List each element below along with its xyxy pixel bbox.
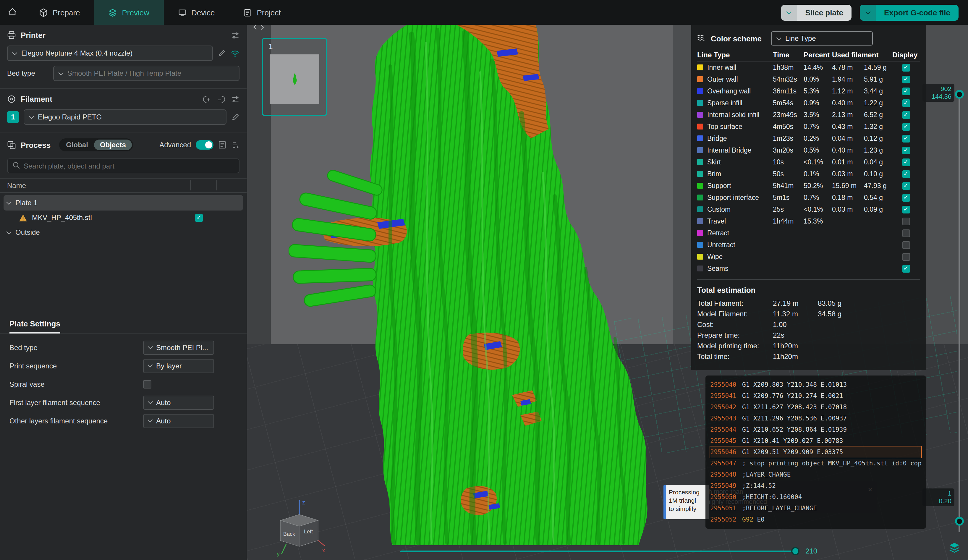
navigation-cube[interactable]: z Back Left y x bbox=[262, 497, 328, 559]
layer-slider-track[interactable] bbox=[958, 93, 960, 532]
plate-setting-select[interactable]: By layer bbox=[143, 359, 214, 373]
gcode-text: G92 E0 bbox=[742, 516, 764, 523]
move-slider-handle[interactable] bbox=[791, 547, 799, 555]
filament-slot-number[interactable]: 1 bbox=[7, 111, 19, 123]
plate-thumbnail-number: 1 bbox=[269, 42, 320, 51]
sort-az-icon[interactable] bbox=[231, 141, 239, 149]
tree-row-plate[interactable]: Plate 1 bbox=[3, 195, 243, 210]
display-checkbox[interactable]: ✓ bbox=[902, 123, 910, 130]
tree-row-object[interactable]: MKV_HP_405th.stl ✓ bbox=[3, 210, 243, 225]
search-input[interactable] bbox=[24, 162, 234, 170]
chevron-down-icon bbox=[29, 114, 34, 119]
display-checkbox[interactable]: ✓ bbox=[902, 75, 910, 83]
gcode-line[interactable]: 2955043G1 X211.296 Y208.536 E.00937 bbox=[710, 413, 921, 424]
gcode-line[interactable]: 2955048;LAYER_CHANGE bbox=[710, 469, 921, 480]
viewport-expand-icon[interactable] bbox=[254, 27, 263, 29]
gcode-viewer[interactable]: 2955040G1 X209.803 Y210.348 E.0101329550… bbox=[706, 376, 926, 529]
display-checkbox[interactable] bbox=[902, 217, 910, 225]
bed-type-select[interactable]: Smooth PEI Plate / High Temp Plate bbox=[53, 66, 239, 81]
tree-row-outside[interactable]: Outside bbox=[3, 225, 243, 240]
slice-plate-button[interactable]: Slice plate bbox=[781, 5, 852, 20]
parameter-list-icon[interactable] bbox=[218, 141, 227, 149]
layers-icon[interactable] bbox=[948, 542, 960, 553]
gcode-line[interactable]: 2955051;BEFORE_LAYER_CHANGE bbox=[710, 503, 921, 514]
tab-preview[interactable]: Preview bbox=[94, 0, 164, 25]
gcode-line[interactable]: 2955040G1 X209.803 Y210.348 E.01013 bbox=[710, 379, 921, 390]
display-checkbox[interactable]: ✓ bbox=[902, 87, 910, 95]
display-checkbox[interactable]: ✓ bbox=[902, 99, 910, 107]
plate-thumbnail[interactable]: 1 bbox=[262, 38, 327, 116]
used-m-cell: 0.04 m bbox=[832, 135, 864, 142]
segment-objects[interactable]: Objects bbox=[94, 139, 132, 150]
tab-project[interactable]: Project bbox=[229, 0, 295, 25]
move-slider-track[interactable] bbox=[400, 550, 797, 552]
edit-filament-icon[interactable] bbox=[231, 113, 239, 121]
plate-setting-select[interactable]: Auto bbox=[143, 414, 214, 428]
tab-device[interactable]: Device bbox=[164, 0, 229, 25]
line-type-cell: Custom bbox=[697, 206, 773, 213]
filament-settings-icon[interactable] bbox=[231, 95, 239, 103]
line-type-color-swatch bbox=[697, 136, 703, 141]
col-line-type: Line Type bbox=[697, 51, 773, 59]
layer-slider-bottom-handle[interactable] bbox=[955, 517, 964, 526]
line-type-color-swatch bbox=[697, 100, 703, 106]
add-filament-icon[interactable] bbox=[203, 95, 211, 103]
plate-setting-select[interactable]: Smooth PEI Pl... bbox=[143, 340, 214, 355]
display-checkbox[interactable]: ✓ bbox=[902, 111, 910, 119]
gcode-line[interactable]: 2955047; stop printing object MKV_HP_405… bbox=[710, 458, 921, 469]
sliced-model[interactable] bbox=[288, 25, 661, 545]
tab-prepare[interactable]: Prepare bbox=[25, 0, 94, 25]
legend-row: Retract bbox=[697, 227, 920, 239]
used-g-cell: 0.04 g bbox=[864, 159, 892, 166]
plate-setting-checkbox[interactable] bbox=[143, 380, 151, 388]
layer-slider-top-handle[interactable] bbox=[955, 90, 964, 99]
display-checkbox[interactable] bbox=[902, 253, 910, 260]
warning-icon bbox=[19, 214, 27, 222]
printer-select[interactable]: Elegoo Neptune 4 Max (0.4 nozzle) bbox=[7, 46, 213, 61]
export-gcode-button[interactable]: Export G-code file bbox=[860, 5, 958, 20]
display-checkbox[interactable]: ✓ bbox=[902, 158, 910, 166]
segment-global[interactable]: Global bbox=[60, 139, 94, 150]
display-checkbox[interactable]: ✓ bbox=[902, 64, 910, 71]
home-button[interactable] bbox=[0, 0, 25, 25]
export-dropdown-arrow[interactable] bbox=[860, 5, 876, 20]
gcode-line[interactable]: 2955050;HEIGHT:0.160004 bbox=[710, 491, 921, 503]
plate-setting-select[interactable]: Auto bbox=[143, 395, 214, 409]
display-checkbox[interactable]: ✓ bbox=[902, 194, 910, 201]
gcode-line[interactable]: 2955044G1 X210.652 Y208.864 E.01939 bbox=[710, 424, 921, 435]
axis-x-label: x bbox=[322, 548, 325, 553]
filament-select[interactable]: Elegoo Rapid PETG bbox=[24, 109, 227, 125]
display-checkbox[interactable]: ✓ bbox=[902, 205, 910, 213]
gcode-line[interactable]: 2955052G92 E0 bbox=[710, 514, 921, 525]
used-m-cell: 0.40 m bbox=[832, 99, 864, 106]
display-checkbox[interactable]: ✓ bbox=[902, 170, 910, 178]
wifi-icon[interactable] bbox=[230, 50, 239, 57]
line-type-dropdown[interactable]: Line Type bbox=[771, 31, 873, 46]
line-type-color-swatch bbox=[697, 265, 703, 272]
object-visibility-checkbox[interactable]: ✓ bbox=[195, 214, 203, 222]
gcode-line[interactable]: 2955046G1 X209.51 Y209.909 E.03375 bbox=[710, 446, 921, 458]
plate-settings-rows: Bed typeSmooth PEI Pl...Print sequenceBy… bbox=[0, 333, 247, 435]
display-checkbox[interactable] bbox=[902, 229, 910, 237]
legend-column-headers: Line Type Time Percent Used filament Dis… bbox=[697, 48, 920, 61]
line-type-dropdown-value: Line Type bbox=[785, 34, 816, 43]
gcode-line[interactable]: 2955045G1 X210.41 Y209.027 E.00783 bbox=[710, 435, 921, 446]
remove-filament-icon[interactable] bbox=[217, 95, 225, 103]
display-checkbox[interactable]: ✓ bbox=[902, 146, 910, 154]
advanced-toggle[interactable] bbox=[196, 140, 214, 150]
gcode-line[interactable]: 2955042G1 X211.627 Y208.423 E.07018 bbox=[710, 401, 921, 413]
total-value-1: 27.19 m bbox=[773, 299, 818, 308]
display-checkbox[interactable]: ✓ bbox=[902, 182, 910, 189]
edit-printer-icon[interactable] bbox=[217, 49, 226, 57]
slice-dropdown-arrow[interactable] bbox=[781, 5, 797, 20]
total-value-1: 22s bbox=[773, 331, 818, 340]
display-checkbox[interactable]: ✓ bbox=[902, 134, 910, 142]
viewport-3d[interactable]: 1 z Back Left y x bbox=[247, 25, 968, 560]
gcode-params: X211.627 Y208.423 E.07018 bbox=[749, 403, 847, 410]
gcode-line[interactable]: 2955041G1 X209.776 Y210.274 E.0021 bbox=[710, 390, 921, 401]
printer-settings-icon[interactable] bbox=[231, 31, 239, 39]
display-checkbox[interactable] bbox=[902, 241, 910, 249]
percent-cell: 8.0% bbox=[804, 76, 832, 83]
gcode-line[interactable]: 2955049;Z:144.52 bbox=[710, 480, 921, 491]
display-checkbox[interactable]: ✓ bbox=[902, 265, 910, 272]
